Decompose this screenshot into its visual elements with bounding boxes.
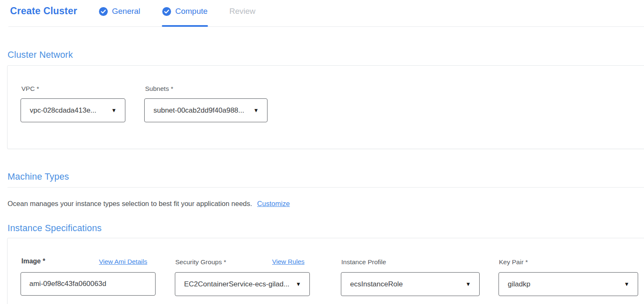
instance-specifications-card: Image * View Ami Details Security Groups… <box>7 238 644 304</box>
machine-types-description-text: Ocean manages your instance types select… <box>8 200 252 207</box>
subnets-label: Subnets * <box>145 85 173 93</box>
caret-down-icon: ▼ <box>253 107 259 113</box>
key-pair-select[interactable]: giladkp ▼ <box>499 272 638 296</box>
image-input[interactable] <box>21 272 156 296</box>
section-heading-machine-types: Machine Types <box>8 172 69 182</box>
vpc-select[interactable]: vpc-028cdada413e... ▼ <box>21 98 125 122</box>
instance-profile-label: Instance Profile <box>341 258 386 266</box>
tab-compute-label: Compute <box>175 7 208 16</box>
tab-general[interactable]: General <box>99 7 140 16</box>
key-pair-label: Key Pair * <box>499 258 528 266</box>
section-heading-instance-specifications: Instance Specifications <box>8 223 102 234</box>
vpc-label: VPC * <box>21 85 39 93</box>
machine-types-description: Ocean manages your instance types select… <box>8 200 290 208</box>
check-circle-icon <box>99 7 108 16</box>
customize-link[interactable]: Customize <box>257 200 290 207</box>
security-groups-select[interactable]: EC2ContainerService-ecs-gilad... ▼ <box>175 272 310 296</box>
security-groups-selected-value: EC2ContainerService-ecs-gilad... <box>184 280 289 289</box>
instance-profile-selected-value: ecsInstanceRole <box>350 280 403 289</box>
view-ami-details-link[interactable]: View Ami Details <box>99 258 147 265</box>
caret-down-icon: ▼ <box>624 281 629 287</box>
subnets-selected-value: subnet-00cab2dd9f40a988... <box>153 106 244 115</box>
view-rules-link[interactable]: View Rules <box>272 258 304 265</box>
section-heading-cluster-network: Cluster Network <box>8 50 73 60</box>
key-pair-selected-value: giladkp <box>508 280 530 289</box>
machine-types-divider <box>8 187 644 188</box>
active-tab-underline <box>162 25 208 27</box>
page-title: Create Cluster <box>10 5 77 17</box>
tab-review-label: Review <box>229 7 255 16</box>
cluster-network-card: VPC * vpc-028cdada413e... ▼ Subnets * su… <box>7 65 644 149</box>
vpc-selected-value: vpc-028cdada413e... <box>30 106 96 115</box>
tab-review[interactable]: Review <box>229 7 255 16</box>
tab-general-label: General <box>112 7 140 16</box>
subnets-select[interactable]: subnet-00cab2dd9f40a988... ▼ <box>144 98 267 122</box>
caret-down-icon: ▼ <box>465 281 471 287</box>
image-label: Image * <box>21 258 45 265</box>
header-divider <box>8 26 644 27</box>
instance-profile-select[interactable]: ecsInstanceRole ▼ <box>341 272 480 296</box>
security-groups-label: Security Groups * <box>175 258 226 266</box>
caret-down-icon: ▼ <box>111 107 117 113</box>
check-circle-icon <box>162 7 171 16</box>
caret-down-icon: ▼ <box>296 281 301 287</box>
tab-compute[interactable]: Compute <box>162 7 208 16</box>
